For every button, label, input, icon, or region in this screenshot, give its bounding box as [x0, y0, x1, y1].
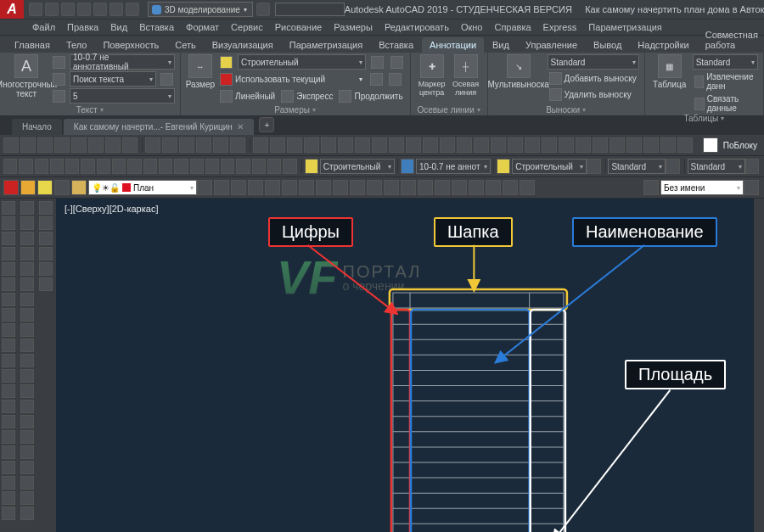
annoscale-icon[interactable] — [401, 159, 414, 174]
addleader-button[interactable]: Добавить выноску — [548, 71, 639, 86]
tb16-icon[interactable] — [270, 137, 285, 153]
tab-поверхность[interactable]: Поверхность — [95, 37, 166, 53]
lr3-icon[interactable] — [39, 232, 53, 245]
lp17-icon[interactable] — [2, 445, 15, 459]
qat-saveas-icon[interactable] — [77, 3, 91, 16]
tab-аннотации[interactable]: Аннотации — [422, 37, 484, 53]
c3-icon[interactable] — [37, 180, 53, 195]
d4-icon[interactable] — [50, 159, 64, 174]
menu-edit[interactable]: Правка — [62, 22, 104, 32]
dimx1-icon[interactable] — [368, 72, 385, 87]
l7-icon[interactable] — [299, 180, 314, 195]
tablestyle-combo[interactable]: Standard — [693, 54, 758, 70]
tb3-icon[interactable] — [37, 137, 53, 153]
d1-icon[interactable] — [3, 159, 17, 174]
qat-undo-icon[interactable] — [110, 3, 123, 16]
abc-check-icon[interactable] — [51, 55, 67, 70]
tb20-icon[interactable] — [338, 137, 353, 153]
tb19-icon[interactable] — [321, 137, 336, 153]
lp9-icon[interactable] — [2, 323, 15, 337]
d6-icon[interactable] — [81, 159, 94, 174]
d7-icon[interactable] — [97, 159, 110, 174]
lp1-icon[interactable] — [2, 201, 15, 215]
textheight-icon[interactable] — [51, 89, 67, 104]
c4-icon[interactable] — [54, 180, 70, 195]
tb18-icon[interactable] — [304, 137, 319, 153]
textsearch-input[interactable]: Поиск текста — [70, 71, 156, 87]
tb10-icon[interactable] — [162, 137, 177, 153]
lq5-icon[interactable] — [20, 262, 34, 276]
d21-icon[interactable] — [666, 159, 679, 174]
menu-window[interactable]: Окно — [456, 22, 488, 32]
lq15-icon[interactable] — [20, 415, 34, 428]
l15-icon[interactable] — [435, 180, 450, 195]
scrollbar-vertical[interactable] — [754, 199, 764, 532]
dimtool2-icon[interactable] — [389, 55, 405, 70]
l14-icon[interactable] — [418, 180, 433, 195]
lp8-icon[interactable] — [2, 308, 15, 322]
panel-tables-title[interactable]: Таблицы — [645, 114, 763, 123]
l13-icon[interactable] — [401, 180, 416, 195]
lp14-icon[interactable] — [2, 400, 15, 413]
d18-icon[interactable] — [267, 159, 281, 174]
menu-express[interactable]: Express — [538, 22, 582, 32]
tb2-icon[interactable] — [20, 137, 36, 153]
mtext-button[interactable]: A Многострочный текст — [5, 54, 48, 98]
lq6-icon[interactable] — [20, 277, 34, 291]
textheight-combo[interactable]: 5 — [70, 88, 175, 104]
tab-параметризация[interactable]: Параметризация — [282, 37, 370, 53]
tb38-icon[interactable] — [643, 137, 659, 153]
l18-icon[interactable] — [486, 180, 501, 195]
l6-icon[interactable] — [282, 180, 297, 195]
find-go-icon[interactable] — [159, 72, 175, 87]
qat-open-icon[interactable] — [45, 3, 59, 16]
lp18-icon[interactable] — [2, 461, 15, 474]
qat-new-icon[interactable] — [29, 3, 42, 16]
dimlinear-button[interactable]: Линейный — [218, 89, 277, 104]
lp20-icon[interactable] — [2, 491, 15, 505]
lp5-icon[interactable] — [2, 262, 15, 276]
d22-icon[interactable] — [745, 159, 759, 174]
panel-leaders-title[interactable]: Выноски — [488, 104, 644, 115]
menu-dims[interactable]: Размеры — [329, 22, 378, 32]
layer-combo[interactable]: 💡 ☀ 🔓 План — [88, 180, 197, 195]
l1-icon[interactable] — [197, 180, 212, 195]
lq2-icon[interactable] — [20, 216, 34, 230]
panel-dims-title[interactable]: Размеры — [181, 104, 410, 115]
lp3-icon[interactable] — [2, 232, 15, 245]
lp4-icon[interactable] — [2, 247, 15, 260]
doctab-start[interactable]: Начало — [12, 119, 62, 135]
lp2-icon[interactable] — [2, 216, 15, 230]
c1-icon[interactable] — [3, 180, 19, 195]
lp15-icon[interactable] — [2, 415, 15, 428]
menu-modify[interactable]: Редактировать — [379, 22, 454, 32]
centerline-button[interactable]: ┼ Осевая линия — [450, 54, 482, 97]
tb24-icon[interactable] — [406, 137, 421, 153]
d2-icon[interactable] — [19, 159, 32, 174]
tab-управление[interactable]: Управление — [518, 37, 585, 53]
lq9-icon[interactable] — [20, 323, 34, 337]
workspace-switcher[interactable]: 3D моделирование ▾ — [148, 2, 253, 17]
use-current-button[interactable]: Использовать текущий ▾ — [218, 71, 405, 87]
l20-icon[interactable] — [520, 180, 535, 195]
drawing-canvas[interactable]: [-][Сверху][2D-каркас] VF ПОРТАЛ о черче… — [56, 199, 764, 532]
textstyle-combo2[interactable]: 10-0.7 не аннот — [416, 159, 491, 174]
table-button[interactable]: ▦ Таблица — [650, 54, 689, 89]
tb5-icon[interactable] — [71, 137, 87, 153]
d16-icon[interactable] — [236, 159, 250, 174]
tab-визуализация[interactable]: Визуализация — [205, 37, 281, 53]
d8-icon[interactable] — [112, 159, 126, 174]
tb6-icon[interactable] — [88, 137, 104, 153]
lr5-icon[interactable] — [39, 262, 53, 276]
dimx2-icon[interactable] — [387, 72, 403, 87]
tablestyle-combo2[interactable]: Standard — [688, 159, 745, 174]
tb13-icon[interactable] — [213, 137, 228, 153]
mleader-button[interactable]: ↘ Мультивыноска — [493, 54, 544, 89]
tb23-icon[interactable] — [389, 137, 404, 153]
d15-icon[interactable] — [221, 159, 234, 174]
lq8-icon[interactable] — [20, 308, 34, 322]
centermark-button[interactable]: ✚ Маркер центра — [416, 54, 448, 97]
new-doc-button[interactable]: + — [259, 117, 274, 132]
lr4-icon[interactable] — [39, 247, 53, 260]
lq3-icon[interactable] — [20, 232, 34, 245]
